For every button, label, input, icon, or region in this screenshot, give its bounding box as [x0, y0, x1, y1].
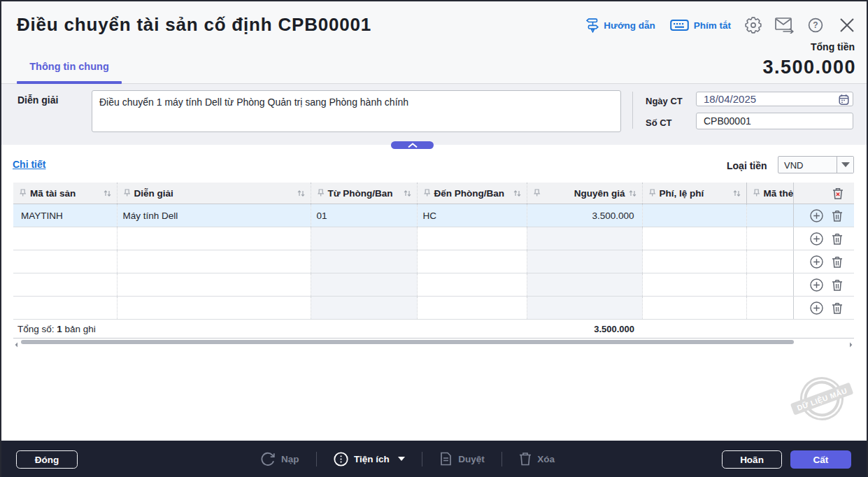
svg-text:?: ? — [813, 20, 818, 30]
